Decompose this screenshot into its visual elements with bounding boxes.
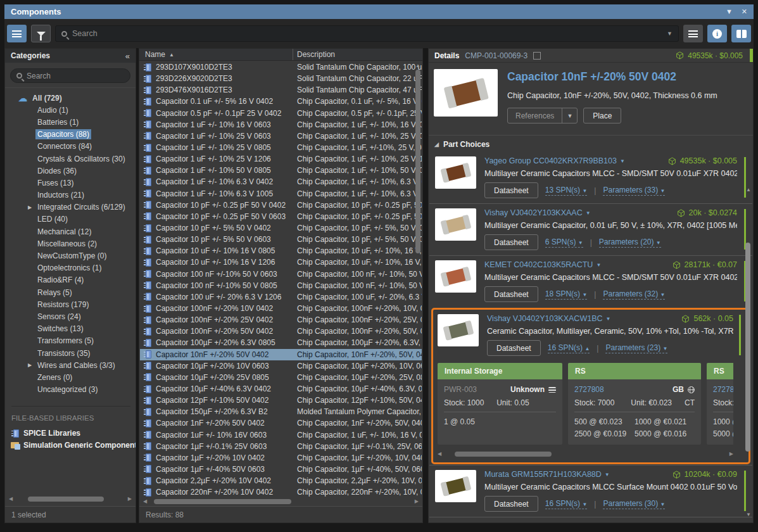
parameters-link[interactable]: Parameters (30) ▼ <box>603 499 665 509</box>
table-row[interactable]: Capacitor 220nF +/-20% 10V 0402 Chip Cap… <box>140 486 422 497</box>
table-row[interactable]: Capacitor 100nF +/-20% 10V 0402 Chip Cap… <box>140 303 422 314</box>
category-item[interactable]: ▶ ☁ LED (40) <box>5 213 136 225</box>
table-vertical-scrollbar[interactable]: ▲ <box>415 63 421 265</box>
menu-button[interactable] <box>683 25 703 42</box>
category-item[interactable]: ▶ ☁ Transformers (5) <box>5 335 136 347</box>
category-item[interactable]: ▶ ☁ Uncategorized (3) <box>5 384 136 396</box>
spn-link[interactable]: 18 SPN(s) ▼ <box>545 289 588 300</box>
library-item[interactable]: SPICE Libraries <box>5 428 136 440</box>
category-item[interactable]: ▶ ☁ Optoelectronics (1) <box>5 262 136 274</box>
table-row[interactable]: Capacitor 10µF +/-20% 10V 0603 Chip Capa… <box>140 360 422 372</box>
table-row[interactable]: Capacitor 10nF +/-20% 50V 0402 Chip Capa… <box>140 349 422 360</box>
category-item[interactable]: ▶ ☁ Miscellaneous (2) <box>5 238 136 250</box>
category-item[interactable]: ▶ ☁ Transistors (35) <box>5 347 136 359</box>
category-item[interactable]: ▶ ☁ Sensors (24) <box>5 310 136 322</box>
table-row[interactable]: Capacitor 100nF +/-20% 50V 0402 Chip Cap… <box>140 326 422 337</box>
table-row[interactable]: Capacitor 1 uF +/- 10% 25 V 0805 Chip Ca… <box>140 142 422 153</box>
panel-close-icon[interactable]: ✕ <box>742 8 747 16</box>
references-button[interactable]: References ▼ <box>507 108 578 124</box>
scroll-left-icon[interactable]: ◀ <box>9 495 13 502</box>
part-dropdown-icon[interactable]: ▼ <box>606 316 611 322</box>
table-row[interactable]: Capacitor 1µF +/-0.1% 25V 0603 Chip Capa… <box>140 441 422 452</box>
table-row[interactable]: Capacitor 10 pF +/- 5% 50 V 0402 Chip Ca… <box>140 222 422 234</box>
place-button[interactable]: Place <box>583 108 621 124</box>
table-row[interactable]: 293D226X9020D2TE3 Solid Tantalum Chip Ca… <box>140 73 422 84</box>
category-item[interactable]: ▶ ☁ Wires and Cables (3/3) <box>5 359 136 371</box>
table-row[interactable]: Capacitor 1uF +/- 10% 16V 0603 Chip Capa… <box>140 429 422 441</box>
manufacturer-part-link[interactable]: Murata GRM155R71H103KA88D <box>484 470 602 479</box>
supplier-part-number-link[interactable]: 2727808 <box>574 385 604 394</box>
table-row[interactable]: Capacitor 100µF +/-20% 6.3V 0805 Chip Ca… <box>140 337 422 348</box>
category-item[interactable]: ▶ ☁ Connectors (84) <box>5 141 136 153</box>
category-item[interactable]: ▶ ☁ Crystals & Oscillators (30) <box>5 153 136 165</box>
favorite-checkbox[interactable] <box>533 52 541 60</box>
collapse-sidebar-icon[interactable]: « <box>125 51 130 61</box>
spn-link[interactable]: 16 SPN(s) ▼ <box>545 499 588 509</box>
category-item[interactable]: ▶ ☁ Radio&RF (4) <box>5 274 136 286</box>
categories-search-input[interactable]: Search <box>10 68 130 83</box>
category-item[interactable]: ▶ ☁ Relays (5) <box>5 286 136 298</box>
table-row[interactable]: Capacitor 1µF +/-40% 50V 0603 Chip Capac… <box>140 464 422 475</box>
manufacturer-part-link[interactable]: KEMET C0402C103K5RACTU <box>484 260 593 269</box>
scrollbar-thumb[interactable] <box>154 499 291 504</box>
expand-arrow-icon[interactable]: ▶ <box>28 362 32 368</box>
table-row[interactable]: Capacitor 10 uF +/- 10% 16 V 1206 Chip C… <box>140 256 422 268</box>
search-input[interactable]: Search ▼ <box>55 25 679 42</box>
part-choice-card[interactable]: Murata GRM155R71H103KA88D ▼ 10204k · €0.… <box>429 465 752 517</box>
parameters-link[interactable]: Parameters (32) ▼ <box>603 289 665 300</box>
panel-collapse-icon[interactable]: ▼ <box>726 8 733 16</box>
category-item[interactable]: ▶ ☁ Resistors (179) <box>5 298 136 310</box>
datasheet-button[interactable]: Datasheet <box>487 340 541 356</box>
supplier-card[interactable]: RS 2727808 GB <box>568 363 701 445</box>
supplier-card[interactable]: Internal Storage PWR-003 Unknown <box>438 363 562 445</box>
parameters-link[interactable]: Parameters (33) ▼ <box>603 186 665 196</box>
part-choice-card[interactable]: KEMET C0402C103K5RACTU ▼ 28171k · €0.07 … <box>429 255 752 307</box>
category-item[interactable]: ▶ ☁ Mechanical (12) <box>5 225 136 238</box>
table-row[interactable]: Capacitor 1µF +/-20% 10V 0402 Chip Capac… <box>140 452 422 464</box>
search-dropdown-icon[interactable]: ▼ <box>667 30 673 37</box>
category-item[interactable]: ▶ ☁ Diodes (36) <box>5 165 136 177</box>
table-row[interactable]: Capacitor 1 uF +/- 10% 16 V 0603 Chip Ca… <box>140 119 422 130</box>
scroll-left-icon[interactable]: ◀ <box>438 450 441 457</box>
category-item[interactable]: ▶ ☁ Batteries (1) <box>5 116 136 128</box>
category-item[interactable]: ▶ ☁ Zeners (0) <box>5 371 136 383</box>
column-header-description[interactable]: Description <box>293 49 422 60</box>
category-item[interactable]: ▶ ☁ Audio (1) <box>5 104 136 116</box>
scroll-up-icon[interactable]: ▲ <box>415 63 421 68</box>
scroll-down-icon[interactable]: ▼ <box>746 512 751 517</box>
table-horizontal-scrollbar[interactable]: ◀ ▶ <box>143 498 419 505</box>
table-row[interactable]: Capacitor 2,2µF +/-20% 10V 0402 Chip Cap… <box>140 475 422 486</box>
part-choice-card[interactable]: KEMET C0402C103K5RAC ▼ 299k · $0.17 Mult… <box>429 517 752 522</box>
sidebar-horizontal-scrollbar[interactable]: ◀ ▶ <box>9 495 132 502</box>
table-row[interactable]: Capacitor 0.1 uF +/- 5% 16 V 0402 Chip C… <box>140 96 422 107</box>
references-dropdown-icon[interactable]: ▼ <box>562 108 577 123</box>
table-row[interactable]: 293D107X9010D2TE3 Solid Tantalum Chip Ca… <box>140 61 422 73</box>
table-row[interactable]: Capacitor 0.5 pF +/- 0.1pF 25 V 0402 Chi… <box>140 108 422 119</box>
parameters-link[interactable]: Parameters (23) ▼ <box>605 343 667 353</box>
list-view-button[interactable] <box>7 25 27 42</box>
part-choice-card[interactable]: Vishay VJ0402Y103KXACW1BC ▼ 562k · 0.05 … <box>431 308 750 464</box>
scroll-right-icon[interactable]: ▶ <box>730 450 733 457</box>
table-row[interactable]: Capacitor 12pF +/-10% 50V 0402 Chip Capa… <box>140 395 422 406</box>
scrollbar-thumb[interactable] <box>28 497 103 502</box>
split-view-button[interactable] <box>731 25 751 42</box>
table-row[interactable]: Capacitor 1 uF +/- 10% 6.3 V 0402 Chip C… <box>140 176 422 187</box>
datasheet-button[interactable]: Datasheet <box>484 234 538 250</box>
parameters-link[interactable]: Parameters (20) ▼ <box>599 238 661 248</box>
part-choice-card[interactable]: Vishay VJ0402Y103KXAAC ▼ 20k · $0.0274 M… <box>429 203 752 255</box>
table-row[interactable]: Capacitor 150µF +/-20% 6.3V B2 Molded Ta… <box>140 406 422 417</box>
supplier-card[interactable]: RS 2727808P <box>707 363 733 445</box>
suppliers-horizontal-scrollbar[interactable]: ◀ ▶ <box>438 450 733 457</box>
spn-link[interactable]: 13 SPN(s) ▼ <box>545 186 588 196</box>
details-vertical-scrollbar[interactable]: ▲ ▼ <box>745 198 751 517</box>
scroll-right-icon[interactable]: ▶ <box>128 495 132 502</box>
table-row[interactable]: Capacitor 1nF +/-20% 50V 0402 Chip Capac… <box>140 417 422 429</box>
spn-link[interactable]: 6 SPN(s) ▼ <box>545 238 583 248</box>
category-item[interactable]: ▶ ☁ All (729) <box>5 92 136 104</box>
scrollbar-thumb[interactable] <box>455 452 552 457</box>
table-row[interactable]: Capacitor 10 pF +/- 0.25 pF 50 V 0402 Ch… <box>140 200 422 211</box>
library-item[interactable]: Simulation Generic Components <box>5 440 136 452</box>
table-row[interactable]: Capacitor 1 uF +/- 10% 50 V 0805 Chip Ca… <box>140 165 422 176</box>
table-row[interactable]: Capacitor 10µF +/-40% 6.3V 0402 Chip Cap… <box>140 383 422 395</box>
info-button[interactable]: i <box>707 25 727 42</box>
